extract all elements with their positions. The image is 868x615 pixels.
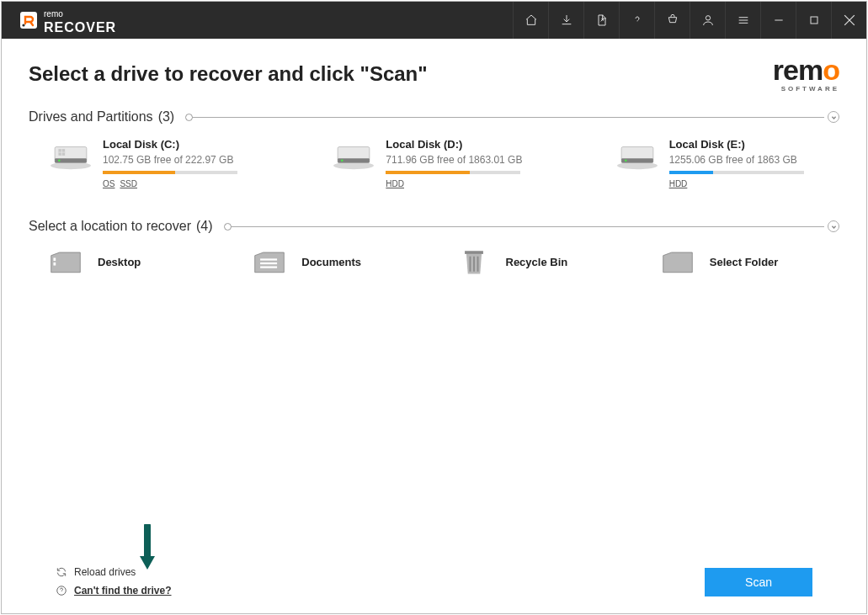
svg-rect-19 [260,258,277,260]
drive-tags: OSSSD [103,179,237,188]
svg-point-12 [341,159,343,162]
section-divider [228,226,824,227]
locations-section-header: Select a location to recover (4) [29,219,839,234]
scan-button[interactable]: Scan [705,568,812,596]
locations-section-count: (4) [196,219,213,234]
titlebar-actions [513,2,866,39]
folder-icon [661,247,695,276]
locations-list: Desktop Documents Recycle Bin Select Fol… [29,247,839,276]
reload-icon [56,566,67,578]
svg-point-7 [58,159,61,162]
svg-rect-20 [260,262,277,264]
account-button[interactable] [690,2,725,39]
drives-list: Local Disk (C:) 102.75 GB free of 222.97… [29,138,839,188]
help-circle-icon [56,585,67,596]
location-item[interactable]: Documents [253,247,431,276]
app-name: remoRECOVER [44,5,116,35]
drive-free-text: 1255.06 GB free of 1863 GB [669,154,804,166]
svg-rect-18 [53,262,56,266]
drive-icon [332,140,375,170]
drive-tag[interactable]: HDD [386,179,404,188]
drives-section-header: Drives and Partitions (3) [29,109,839,125]
drive-tags: HDD [386,179,522,188]
svg-point-1 [22,24,24,26]
page-title: Select a drive to recover and click "Sca… [29,62,839,86]
drive-item[interactable]: Local Disk (D:) 711.96 GB free of 1863.0… [332,138,556,188]
help-button[interactable] [619,2,654,39]
export-button[interactable] [583,2,619,39]
drive-icon [49,140,93,170]
brand-subtitle: SOFTWARE [781,85,839,93]
location-item[interactable]: Recycle Bin [457,247,636,276]
cart-button[interactable] [654,2,690,39]
drive-tags: HDD [669,179,804,188]
drive-name: Local Disk (E:) [669,138,804,151]
drives-section-count: (3) [158,109,175,125]
documents-icon [253,247,286,276]
drive-free-text: 102.75 GB free of 222.97 GB [103,154,237,166]
titlebar: remoRECOVER [2,2,866,39]
drive-name: Local Disk (C:) [103,138,237,151]
drive-name: Local Disk (D:) [386,138,522,151]
desktop-icon [49,247,83,276]
brand-logo: remo SOFTWARE [773,59,839,93]
cant-find-drive-label: Can't find the drive? [74,585,172,596]
drive-item[interactable]: Local Disk (C:) 102.75 GB free of 222.97… [49,138,273,188]
menu-button[interactable] [725,2,760,39]
location-label: Documents [301,256,361,268]
reload-drives-label: Reload drives [74,566,136,578]
svg-rect-17 [53,257,56,261]
app-logo: remoRECOVER [19,5,116,35]
drive-usage-bar [386,171,520,174]
logo-icon [19,10,39,30]
close-button[interactable] [831,2,866,39]
location-label: Desktop [98,256,141,268]
drive-usage-bar [669,171,804,174]
bin-icon [457,247,491,276]
svg-rect-21 [260,266,277,268]
collapse-toggle[interactable] [828,111,839,123]
drive-free-text: 711.96 GB free of 1863.01 GB [386,154,522,166]
minimize-button[interactable] [760,2,796,39]
brand-wordmark: remo [773,59,839,82]
drive-tag[interactable]: OS [103,179,114,188]
drive-usage-bar [103,171,237,174]
location-label: Recycle Bin [506,256,568,268]
cant-find-drive-link[interactable]: Can't find the drive? [56,585,172,596]
drives-section-label: Drives and Partitions [29,109,153,125]
section-divider [189,117,824,118]
location-item[interactable]: Select Folder [661,247,839,276]
drive-tag[interactable]: HDD [669,179,688,188]
svg-point-2 [706,16,710,20]
svg-rect-22 [465,251,483,254]
drive-item[interactable]: Local Disk (E:) 1255.06 GB free of 1863 … [615,138,839,188]
content-area: remo SOFTWARE Select a drive to recover … [2,39,866,613]
maximize-button[interactable] [796,2,831,39]
svg-point-4 [51,162,91,170]
svg-rect-3 [811,17,817,24]
download-button[interactable] [548,2,583,39]
collapse-toggle[interactable] [828,220,839,232]
svg-point-16 [625,159,627,162]
location-label: Select Folder [710,256,779,268]
locations-section-label: Select a location to recover [29,219,191,234]
home-button[interactable] [513,2,548,39]
app-window: remoRECOVER remo SOFTWARE Select a drive… [1,1,867,614]
annotation-arrow-icon [136,524,158,575]
drive-tag[interactable]: SSD [120,179,137,188]
svg-point-9 [333,162,374,170]
svg-point-13 [617,162,658,170]
location-item[interactable]: Desktop [49,247,227,276]
drive-icon [615,140,659,170]
